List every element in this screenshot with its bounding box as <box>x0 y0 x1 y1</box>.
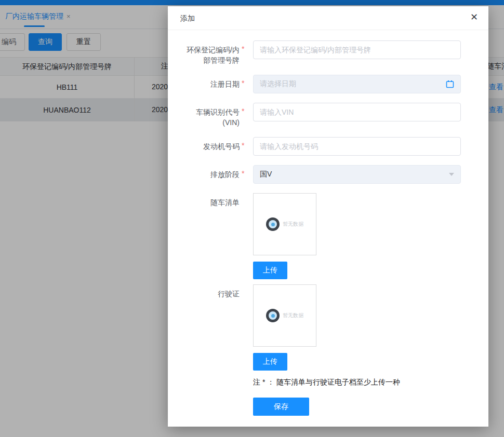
add-vehicle-dialog: 添加 ✕ 环保登记编码/内部管理号牌 * 注册日期 * <box>168 6 488 427</box>
inventory-upload-button[interactable]: 上传 <box>253 262 287 279</box>
close-icon[interactable]: ✕ <box>470 12 478 22</box>
required-asterisk: * <box>242 75 246 93</box>
save-button[interactable]: 保存 <box>253 398 309 416</box>
reg-date-picker[interactable]: 请选择日期 <box>253 75 461 93</box>
calendar-icon <box>446 80 454 88</box>
no-data-icon <box>266 309 280 322</box>
reg-date-placeholder: 请选择日期 <box>260 79 446 89</box>
screen: 厂内运输车辆管理× 编码 查询 重置 环保登记编码/内部管理号牌 注册日期 随车… <box>0 0 504 437</box>
dialog-header: 添加 ✕ <box>168 6 488 30</box>
dialog-title: 添加 <box>180 14 195 23</box>
chevron-down-icon <box>449 173 454 176</box>
stage-label: 排放阶段 <box>210 165 240 184</box>
no-data-text: 暂无数据 <box>283 312 303 319</box>
dialog-body: 环保登记编码/内部管理号牌 * 注册日期 * 请选择日期 <box>168 30 488 416</box>
form-row-stage: 排放阶段 * 国V <box>168 165 488 184</box>
form-row-vin: 车辆识别代号(VIN) * <box>168 103 488 128</box>
vin-label: 车辆识别代号(VIN) <box>181 103 240 128</box>
required-asterisk: * <box>242 137 246 156</box>
engine-input[interactable] <box>253 137 461 156</box>
form-row-inventory: 随车清单 暂无数据 上传 <box>168 193 488 279</box>
required-asterisk: * <box>242 40 246 65</box>
license-label: 行驶证 <box>218 284 240 371</box>
vin-input[interactable] <box>253 103 461 121</box>
inventory-label: 随车清单 <box>210 193 240 279</box>
stage-select[interactable]: 国V <box>253 165 461 184</box>
no-data-icon <box>266 217 280 231</box>
required-asterisk: * <box>242 165 246 184</box>
form-row-reg-date: 注册日期 * 请选择日期 <box>168 75 488 93</box>
form-row-env-code: 环保登记编码/内部管理号牌 * <box>168 40 488 65</box>
license-preview-box: 暂无数据 <box>253 284 316 347</box>
reg-date-label: 注册日期 <box>210 75 240 93</box>
form-row-license: 行驶证 暂无数据 上传 <box>168 284 488 371</box>
stage-selected-value: 国V <box>260 170 449 179</box>
env-code-label: 环保登记编码/内部管理号牌 <box>181 40 240 65</box>
form-row-engine: 发动机号码 * <box>168 137 488 156</box>
license-upload-button[interactable]: 上传 <box>253 353 287 371</box>
engine-label: 发动机号码 <box>203 137 240 156</box>
required-asterisk: * <box>242 103 246 128</box>
inventory-preview-box: 暂无数据 <box>253 193 316 255</box>
no-data-text: 暂无数据 <box>283 221 303 228</box>
upload-note: 注 * ： 随车清单与行驶证电子档至少上传一种 <box>253 378 488 387</box>
env-code-input[interactable] <box>253 40 461 59</box>
